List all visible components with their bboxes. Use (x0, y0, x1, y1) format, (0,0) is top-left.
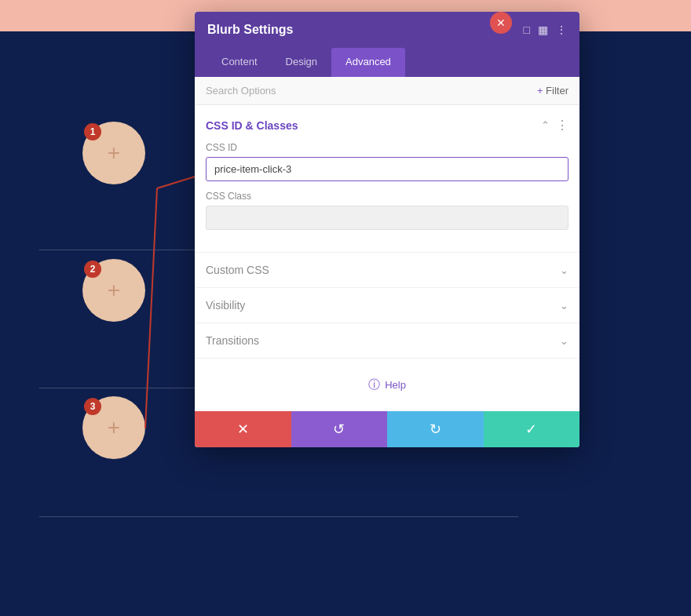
css-class-input[interactable] (206, 206, 569, 230)
plus-icon-3: + (108, 417, 120, 439)
modal-panel: Blurb Settings □ ▦ ⋮ Content Design Adva… (195, 12, 579, 447)
circle-3[interactable]: 3 + (82, 396, 145, 459)
help-link[interactable]: Help (385, 379, 406, 391)
search-placeholder: Search Options (206, 85, 276, 97)
css-class-label: CSS Class (206, 191, 569, 202)
chevron-down-icon-vis[interactable]: ⌄ (560, 300, 569, 312)
visibility-title: Visibility (206, 299, 245, 312)
help-icon: ⓘ (368, 377, 380, 392)
css-id-label: CSS ID (206, 142, 569, 153)
visibility-section[interactable]: Visibility ⌄ (195, 288, 579, 323)
custom-css-section[interactable]: Custom CSS ⌄ (195, 253, 579, 288)
tab-design[interactable]: Design (272, 48, 331, 77)
badge-1: 1 (84, 123, 101, 140)
plus-icon-1: + (108, 142, 120, 164)
plus-icon-2: + (108, 279, 120, 301)
custom-css-title: Custom CSS (206, 264, 269, 276)
transitions-section[interactable]: Transitions ⌄ (195, 323, 579, 359)
modal-footer: ✕ ↺ ↻ ✓ (195, 411, 579, 447)
filter-button[interactable]: + Filter (537, 85, 569, 97)
search-bar: Search Options + Filter (195, 77, 579, 105)
section-controls-css: ⌃ ⋮ (541, 118, 569, 133)
transitions-title: Transitions (206, 334, 259, 347)
header-icons: □ ▦ ⋮ (524, 24, 567, 36)
more-icon[interactable]: ⋮ (556, 24, 567, 36)
columns-icon[interactable]: ▦ (538, 24, 548, 36)
css-id-classes-section: CSS ID & Classes ⌃ ⋮ CSS ID CSS Class (195, 105, 579, 253)
help-section: ⓘ Help (195, 359, 579, 411)
close-button[interactable]: ✕ (490, 12, 512, 34)
tabs-bar: Content Design Advanced (195, 48, 579, 77)
divider-3 (39, 516, 518, 517)
circle-2[interactable]: 2 + (82, 259, 145, 322)
section-more-icon[interactable]: ⋮ (556, 118, 569, 133)
tab-content[interactable]: Content (207, 48, 272, 77)
chevron-down-icon-css[interactable]: ⌄ (560, 264, 569, 276)
redo-button[interactable]: ↻ (387, 411, 484, 447)
badge-2: 2 (84, 261, 101, 278)
modal-body: CSS ID & Classes ⌃ ⋮ CSS ID CSS Class Cu… (195, 105, 579, 411)
modal-header: Blurb Settings □ ▦ ⋮ (195, 12, 579, 48)
save-button[interactable]: ✓ (484, 411, 580, 447)
section-header-css: CSS ID & Classes ⌃ ⋮ (206, 118, 569, 133)
css-id-input[interactable] (206, 157, 569, 181)
tab-advanced[interactable]: Advanced (331, 48, 405, 77)
badge-3: 3 (84, 398, 101, 415)
cancel-button[interactable]: ✕ (195, 411, 291, 447)
undo-button[interactable]: ↺ (291, 411, 388, 447)
modal-title: Blurb Settings (207, 23, 293, 37)
chevron-up-icon[interactable]: ⌃ (541, 119, 550, 131)
fullscreen-icon[interactable]: □ (524, 24, 530, 36)
section-title-css: CSS ID & Classes (206, 119, 298, 132)
chevron-down-icon-trans[interactable]: ⌄ (560, 335, 569, 347)
circle-1[interactable]: 1 + (82, 122, 145, 184)
